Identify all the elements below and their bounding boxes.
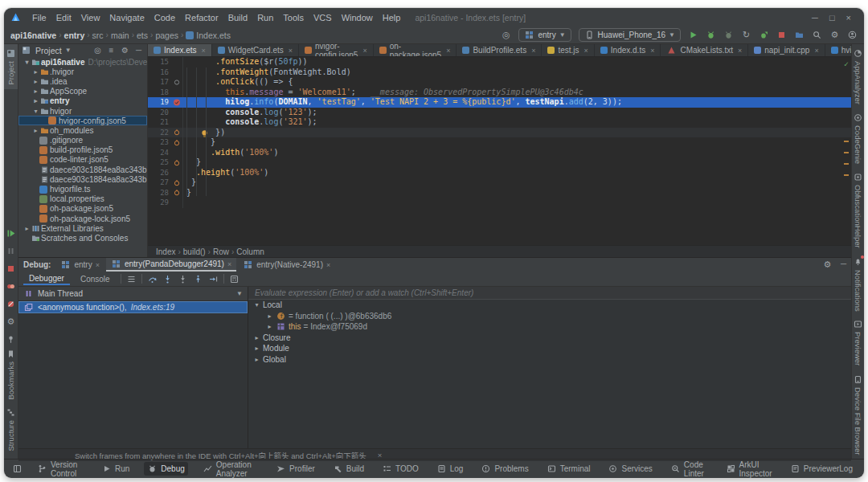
editor-breadcrumb-item[interactable]: build() — [183, 247, 206, 256]
tool-stripe-notifications[interactable]: Notifications — [852, 252, 864, 316]
variable-scope-row[interactable]: ▾Local — [248, 300, 851, 311]
debug-settings-icon[interactable]: ⚙ — [822, 259, 833, 270]
editor-tab[interactable]: test.js× — [542, 44, 594, 56]
statusbar-run[interactable]: Run — [98, 462, 133, 476]
tool-stripe-codegenie[interactable]: CodeGenie — [852, 108, 864, 168]
layout-settings-icon[interactable] — [126, 274, 137, 284]
close-tab-icon[interactable]: × — [227, 260, 231, 268]
code-line[interactable]: 21console.log('321'); — [148, 117, 851, 128]
restart-icon[interactable]: ↻ — [741, 30, 751, 40]
statusbar-operation-analyzer[interactable]: Operation Analyzer — [199, 459, 261, 479]
run-to-cursor-icon[interactable] — [208, 274, 219, 284]
force-step-into-icon[interactable] — [178, 274, 188, 284]
chevron-collapsed-icon[interactable]: ▸ — [253, 334, 260, 341]
code-line[interactable]: 15.fontSize($r(50fp)) — [148, 57, 851, 67]
chevron-collapsed-icon[interactable]: ▸ — [32, 88, 39, 95]
minimize-icon[interactable]: ─ — [812, 13, 818, 22]
close-tab-icon[interactable]: × — [96, 261, 100, 269]
debug-session-tab[interactable]: entry(PandaDebugger2491)× — [106, 258, 236, 272]
variable-scope-row[interactable]: ▸Global — [248, 354, 851, 366]
statusbar-profiler[interactable]: Profiler — [272, 462, 318, 476]
tool-stripe-appanalyzer[interactable]: AppAnalyzer — [852, 44, 864, 108]
statusbar-previewerlog[interactable]: PreviewerLog — [787, 462, 856, 476]
code-line[interactable]: 18this.message = 'Welcome11'; __message:… — [148, 88, 851, 98]
statusbar-debug[interactable]: Debug — [144, 462, 187, 476]
profile-avatar-icon[interactable] — [847, 30, 858, 40]
tree-item[interactable]: ▾api16nativeD:\projects\DevecoProjects\a — [18, 57, 147, 67]
project-view-selector[interactable]: Project — [35, 46, 62, 55]
tree-item[interactable]: hvigorfile.ts — [18, 184, 147, 194]
close-tab-icon[interactable]: × — [326, 261, 330, 269]
menu-item-navigate[interactable]: Navigate — [104, 11, 149, 24]
code-line[interactable]: 22}) — [148, 128, 851, 138]
statusbar-log[interactable]: Log — [433, 462, 467, 476]
statusbar-code-linter[interactable]: Code Linter — [667, 459, 711, 479]
code-line[interactable]: 26.height('100%') — [148, 168, 851, 178]
editor-tab[interactable]: BuildProfile.ets× — [457, 44, 542, 56]
attach-debugger-icon[interactable] — [723, 30, 734, 40]
tree-item[interactable]: build-profile.json5 — [18, 145, 147, 155]
menu-item-help[interactable]: Help — [378, 11, 406, 24]
menu-item-run[interactable]: Run — [252, 11, 278, 24]
evaluate-icon[interactable] — [229, 274, 240, 284]
step-into-icon[interactable] — [162, 274, 173, 284]
editor-tab[interactable]: hvigorfile.ts× — [825, 44, 851, 56]
device-selector[interactable]: Huawei_Phone_16▼ — [579, 28, 681, 42]
chevron-collapsed-icon[interactable]: ▸ — [32, 97, 39, 104]
close-tab-icon[interactable]: × — [289, 47, 293, 55]
collapse-all-icon[interactable]: ≡ — [106, 46, 117, 55]
step-over-icon[interactable] — [147, 274, 158, 284]
chevron-collapsed-icon[interactable]: ▸ — [266, 323, 273, 330]
run-icon[interactable] — [688, 30, 698, 40]
editor-tab[interactable]: WidgetCard.ets× — [212, 44, 299, 56]
code-line[interactable]: 25} — [148, 157, 851, 168]
breakpoint-icon[interactable] — [173, 98, 181, 106]
editor-tab[interactable]: napi_init.cpp× — [748, 44, 825, 56]
breadcrumb-item[interactable]: ets — [137, 31, 148, 40]
menu-item-file[interactable]: File — [27, 11, 51, 24]
variable-row[interactable]: ▸f= function ( (...) )@6b636db6 — [248, 311, 851, 322]
chevron-expanded-icon[interactable]: ▾ — [253, 301, 260, 308]
editor-tab[interactable]: CMakeLists.txt× — [661, 44, 748, 56]
statusbar-todo[interactable]: TODO — [379, 462, 422, 476]
tree-item[interactable]: daece903c1884ea8ac343b74ecf3e652_3 — [18, 174, 147, 184]
editor-breadcrumb-item[interactable]: Column — [236, 247, 264, 256]
code-line[interactable]: 19hilog.info(DOMAIN, 'testTag', 'Test NA… — [148, 97, 851, 108]
breadcrumb-item[interactable]: main — [111, 31, 129, 40]
statusbar-terminal[interactable]: Terminal — [543, 462, 594, 476]
tree-item[interactable]: oh-package-lock.json5 — [18, 214, 147, 223]
hide-panel-icon[interactable]: ─ — [841, 259, 846, 270]
chevron-collapsed-icon[interactable]: ▸ — [266, 312, 273, 320]
statusbar-arkui-inspector[interactable]: ArkUI Inspector — [723, 459, 776, 479]
close-tab-icon[interactable]: × — [650, 47, 654, 55]
tree-item[interactable]: hvigor-config.json5 — [18, 116, 147, 125]
menu-item-vcs[interactable]: VCS — [309, 11, 337, 24]
debug-icon[interactable] — [706, 30, 716, 40]
code-line[interactable]: 29 — [148, 198, 851, 208]
step-out-icon[interactable] — [193, 274, 203, 284]
resume-icon[interactable] — [6, 228, 16, 239]
tab-console[interactable]: Console — [75, 274, 116, 284]
mute-breakpoints-icon[interactable] — [6, 299, 16, 309]
code-line[interactable]: 20console.log('123'); — [148, 108, 851, 118]
code-editor[interactable]: 15.fontSize($r(50fp))16.fontWeight(FontW… — [148, 57, 851, 245]
close-tab-icon[interactable]: × — [362, 47, 366, 55]
breadcrumb-item[interactable]: api16native — [10, 31, 56, 40]
chevron-collapsed-icon[interactable]: ▸ — [32, 127, 39, 134]
chevron-collapsed-icon[interactable]: ▸ — [23, 225, 31, 232]
editor-tab[interactable]: oh-package.json5× — [374, 44, 457, 56]
tool-switcher-icon[interactable] — [12, 464, 23, 474]
pause-icon[interactable] — [6, 246, 16, 256]
menu-item-edit[interactable]: Edit — [51, 11, 76, 24]
chevron-collapsed-icon[interactable]: ▸ — [253, 345, 260, 352]
tree-item[interactable]: ▸.hvigor — [18, 67, 147, 76]
chevron-collapsed-icon[interactable]: ▸ — [32, 68, 39, 76]
editor-breadcrumb-item[interactable]: Row — [213, 247, 229, 256]
statusbar-version-control[interactable]: Version Control — [34, 459, 87, 479]
maximize-icon[interactable]: □ — [829, 13, 835, 22]
tool-stripe-device-file-browser[interactable]: Device File Browser — [852, 370, 864, 459]
breadcrumb-item[interactable]: src — [92, 31, 104, 40]
menu-item-code[interactable]: Code — [149, 11, 180, 24]
tree-item[interactable]: ▸External Libraries — [18, 223, 147, 233]
chevron-collapsed-icon[interactable]: ▸ — [32, 78, 39, 85]
